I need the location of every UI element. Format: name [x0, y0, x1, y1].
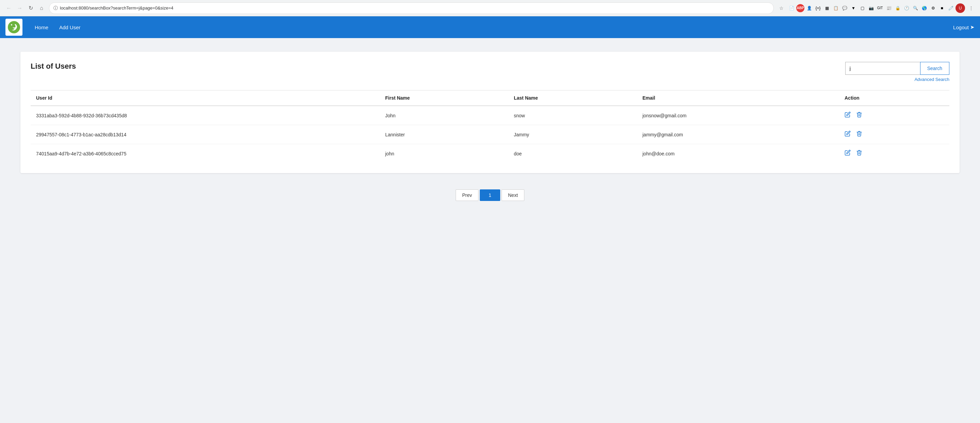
spring-boot-logo — [5, 19, 22, 36]
cell-userid-0: 3331aba3-592d-4b88-932d-36b73cd435d8 — [30, 106, 380, 125]
ext-icon-13[interactable]: 🕐 — [902, 4, 911, 12]
delete-button-1[interactable] — [856, 131, 862, 138]
col-header-email: Email — [637, 90, 839, 106]
delete-button-0[interactable] — [856, 111, 862, 119]
edit-button-2[interactable] — [845, 150, 851, 157]
action-icons-1 — [845, 131, 944, 138]
cell-email-2: john@doe.com — [637, 144, 839, 163]
spring-boot-icon — [7, 21, 21, 34]
current-page-button[interactable]: 1 — [480, 189, 500, 201]
cell-email-0: jonsnow@gmail.com — [637, 106, 839, 125]
table-row: 29947557-08c1-4773-b1ac-aa28cdb13d14 Lan… — [30, 125, 950, 144]
delete-button-2[interactable] — [856, 150, 862, 157]
advanced-search-link[interactable]: Advanced Search — [914, 77, 950, 82]
ext-icon-puzzle[interactable]: 🧷 — [947, 4, 955, 12]
extension-icons: 📄 ABP 👤 {=} ▦ 📋 💬 ▼ ▢ 📷 GIT 📰 🔒 🕐 🔍 🌎 ⚙ … — [788, 3, 965, 13]
address-bar-container: ⓘ — [49, 2, 774, 14]
navbar-brand — [5, 19, 22, 36]
col-header-action: Action — [839, 90, 950, 106]
bookmark-button[interactable]: ☆ — [776, 3, 786, 13]
cell-email-1: jammy@gmail.com — [637, 125, 839, 144]
cell-lastname-0: snow — [508, 106, 637, 125]
browser-actions: ☆ 📄 ABP 👤 {=} ▦ 📋 💬 ▼ ▢ 📷 GIT 📰 🔒 🕐 🔍 🌎 … — [776, 3, 976, 13]
cell-action-0 — [839, 106, 950, 125]
ext-icon-8[interactable]: ▼ — [850, 4, 858, 12]
users-table: User Id First Name Last Name Email Actio… — [30, 90, 950, 163]
reload-button[interactable]: ↻ — [26, 3, 35, 13]
back-button[interactable]: ← — [4, 3, 14, 13]
col-header-userid: User Id — [30, 90, 380, 106]
user-avatar[interactable]: U — [956, 3, 965, 13]
ext-icon-14[interactable]: 🔍 — [911, 4, 920, 12]
table-body: 3331aba3-592d-4b88-932d-36b73cd435d8 Joh… — [30, 106, 950, 163]
edit-button-1[interactable] — [845, 131, 851, 138]
home-button[interactable]: ⌂ — [37, 3, 46, 13]
cell-action-2 — [839, 144, 950, 163]
svg-point-1 — [11, 24, 12, 25]
ext-icon-15[interactable]: 🌎 — [920, 4, 928, 12]
logout-icon: ➤ — [970, 24, 975, 30]
cell-firstname-1: Lannister — [380, 125, 508, 144]
forward-button[interactable]: → — [15, 3, 24, 13]
ext-icon-9[interactable]: ▢ — [858, 4, 866, 12]
search-row: Search — [845, 62, 950, 75]
search-section: Search Advanced Search — [845, 62, 950, 82]
table-header-row: User Id First Name Last Name Email Actio… — [30, 90, 950, 106]
table-header: User Id First Name Last Name Email Actio… — [30, 90, 950, 106]
ext-icon-7[interactable]: 💬 — [840, 4, 849, 12]
search-input[interactable] — [845, 62, 920, 75]
navbar: Home Add User Logout ➤ — [0, 16, 980, 38]
col-header-firstname: First Name — [380, 90, 508, 106]
ext-icon-12[interactable]: 🔒 — [894, 4, 902, 12]
cell-action-1 — [839, 125, 950, 144]
logout-label: Logout — [953, 24, 969, 30]
pagination-container: Prev 1 Next — [21, 181, 959, 204]
action-icons-0 — [845, 111, 944, 119]
cell-firstname-0: John — [380, 106, 508, 125]
prev-page-button[interactable]: Prev — [456, 189, 479, 201]
ext-icon-3[interactable]: 👤 — [805, 4, 813, 12]
ext-icon-1[interactable]: 📄 — [788, 4, 795, 12]
logout-button[interactable]: Logout ➤ — [953, 24, 975, 30]
ext-icon-16[interactable]: ⚙ — [929, 4, 937, 12]
cell-userid-2: 74015aa9-4d7b-4e72-a3b6-4065c8cced75 — [30, 144, 380, 163]
page-title: List of Users — [30, 62, 76, 71]
navbar-right: Logout ➤ — [953, 24, 975, 30]
ext-icon-6[interactable]: 📋 — [832, 4, 840, 12]
table-row: 74015aa9-4d7b-4e72-a3b6-4065c8cced75 joh… — [30, 144, 950, 163]
ext-icon-10[interactable]: 📷 — [867, 4, 875, 12]
action-icons-2 — [845, 150, 944, 157]
cell-userid-1: 29947557-08c1-4773-b1ac-aa28cdb13d14 — [30, 125, 380, 144]
ext-icon-2[interactable]: ABP — [796, 4, 804, 12]
cell-lastname-1: Jammy — [508, 125, 637, 144]
cell-firstname-2: john — [380, 144, 508, 163]
add-user-nav-link[interactable]: Add User — [55, 22, 85, 33]
nav-links: Home Add User — [30, 22, 953, 33]
ext-icon-5[interactable]: ▦ — [823, 4, 831, 12]
cell-lastname-2: doe — [508, 144, 637, 163]
table-row: 3331aba3-592d-4b88-932d-36b73cd435d8 Joh… — [30, 106, 950, 125]
edit-button-0[interactable] — [845, 111, 851, 119]
more-options-button[interactable]: ⋮ — [966, 3, 976, 13]
next-page-button[interactable]: Next — [501, 189, 524, 201]
address-bar-input[interactable] — [60, 5, 769, 11]
ext-icon-11[interactable]: 📰 — [885, 4, 893, 12]
card-header: List of Users Search Advanced Search — [30, 62, 950, 82]
ext-icon-17[interactable]: ■ — [938, 4, 946, 12]
browser-nav-buttons: ← → ↻ ⌂ — [4, 3, 46, 13]
col-header-lastname: Last Name — [508, 90, 637, 106]
ext-icon-4[interactable]: {=} — [814, 4, 822, 12]
main-content: List of Users Search Advanced Search Use… — [0, 38, 980, 217]
svg-point-0 — [8, 21, 20, 33]
search-button[interactable]: Search — [920, 62, 950, 75]
users-card: List of Users Search Advanced Search Use… — [21, 52, 959, 173]
info-icon: ⓘ — [53, 5, 58, 11]
browser-chrome: ← → ↻ ⌂ ⓘ ☆ 📄 ABP 👤 {=} ▦ 📋 💬 ▼ ▢ 📷 GIT … — [0, 0, 980, 16]
ext-icon-git[interactable]: GIT — [876, 4, 884, 12]
home-nav-link[interactable]: Home — [30, 22, 52, 33]
